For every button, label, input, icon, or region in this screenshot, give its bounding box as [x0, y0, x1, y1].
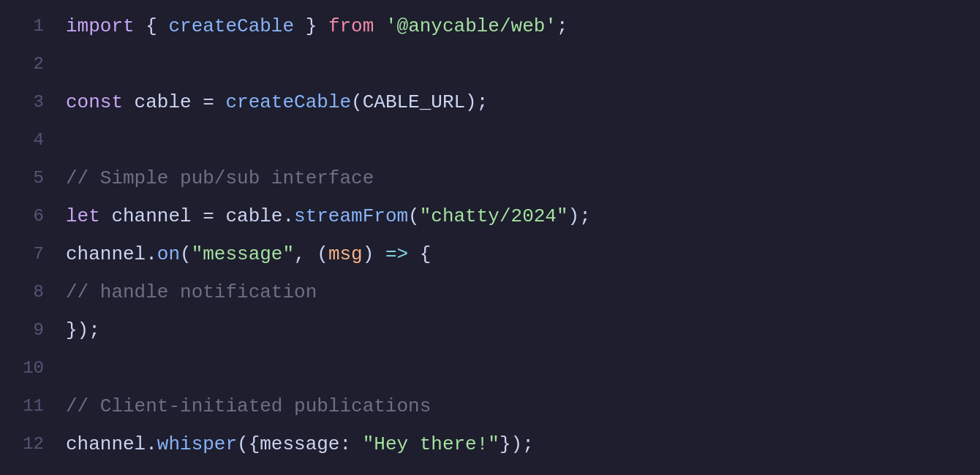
- code-token: channel.: [66, 433, 157, 455]
- code-line: 2: [0, 45, 980, 83]
- code-line: 5// Simple pub/sub interface: [0, 159, 980, 197]
- code-token: cable =: [123, 91, 225, 113]
- line-content: // Client-initiated publications: [66, 387, 431, 425]
- line-number: 7: [15, 235, 44, 273]
- code-token: });: [500, 433, 534, 455]
- code-line: 8 // handle notification: [0, 273, 980, 311]
- code-line: 6let channel = cable.streamFrom("chatty/…: [0, 197, 980, 235]
- code-token: // Client-initiated publications: [66, 395, 431, 417]
- line-content: });: [66, 311, 100, 349]
- code-token: createCable: [168, 15, 294, 37]
- code-token: ({message:: [237, 433, 363, 455]
- line-content: // Simple pub/sub interface: [66, 159, 374, 197]
- code-token: });: [66, 319, 100, 341]
- code-line: 7channel.on("message", (msg) => {: [0, 235, 980, 273]
- line-number: 8: [15, 273, 44, 311]
- code-line: 9});: [0, 311, 980, 349]
- code-token: "chatty/2024": [420, 205, 568, 227]
- code-token: (: [408, 205, 420, 227]
- line-content: // handle notification: [66, 273, 317, 311]
- line-number: 4: [15, 121, 44, 159]
- line-number: 1: [15, 7, 44, 45]
- code-line: 13: [0, 463, 980, 475]
- code-line: 3const cable = createCable(CABLE_URL);: [0, 83, 980, 121]
- line-content: const cable = createCable(CABLE_URL);: [66, 83, 488, 121]
- line-number: 10: [15, 349, 44, 387]
- code-token: on: [157, 243, 180, 265]
- code-token: // handle notification: [66, 281, 317, 303]
- line-number: 12: [15, 425, 44, 463]
- code-token: createCable: [225, 91, 351, 113]
- code-token: , (: [294, 243, 328, 265]
- code-token: (: [180, 243, 192, 265]
- code-line: 11// Client-initiated publications: [0, 387, 980, 425]
- line-content: import { createCable } from '@anycable/w…: [66, 7, 568, 45]
- line-number: 6: [15, 197, 44, 235]
- code-block: 1import { createCable } from '@anycable/…: [0, 0, 980, 475]
- code-token: whisper: [157, 433, 237, 455]
- code-token: ): [363, 243, 385, 265]
- code-token: from: [328, 15, 374, 37]
- code-token: {: [408, 243, 431, 265]
- code-token: "Hey there!": [363, 433, 500, 455]
- line-content: channel.whisper({message: "Hey there!"})…: [66, 425, 534, 463]
- code-token: channel.: [66, 243, 157, 265]
- code-token: =>: [385, 243, 408, 265]
- line-number: 2: [15, 45, 44, 83]
- code-token: "message": [192, 243, 294, 265]
- code-line: 1import { createCable } from '@anycable/…: [0, 7, 980, 45]
- code-token: '@anycable/web': [385, 15, 557, 37]
- code-token: }: [294, 15, 328, 37]
- code-token: let: [66, 205, 100, 227]
- line-number: 9: [15, 311, 44, 349]
- line-number: 5: [15, 159, 44, 197]
- code-token: const: [66, 91, 123, 113]
- code-token: import: [66, 15, 135, 37]
- code-token: );: [568, 205, 591, 227]
- code-token: channel = cable.: [100, 205, 294, 227]
- code-line: 4: [0, 121, 980, 159]
- code-token: msg: [328, 243, 363, 265]
- line-number: 3: [15, 83, 44, 121]
- code-line: 10: [0, 349, 980, 387]
- code-line: 12channel.whisper({message: "Hey there!"…: [0, 425, 980, 463]
- line-content: let channel = cable.streamFrom("chatty/2…: [66, 197, 591, 235]
- line-number: 13: [15, 463, 44, 475]
- code-token: streamFrom: [294, 205, 408, 227]
- code-token: [374, 15, 385, 37]
- line-content: channel.on("message", (msg) => {: [66, 235, 431, 273]
- code-token: ;: [557, 15, 568, 37]
- code-token: // Simple pub/sub interface: [66, 167, 374, 189]
- code-token: (CABLE_URL);: [351, 91, 488, 113]
- code-token: {: [135, 15, 169, 37]
- line-number: 11: [15, 387, 44, 425]
